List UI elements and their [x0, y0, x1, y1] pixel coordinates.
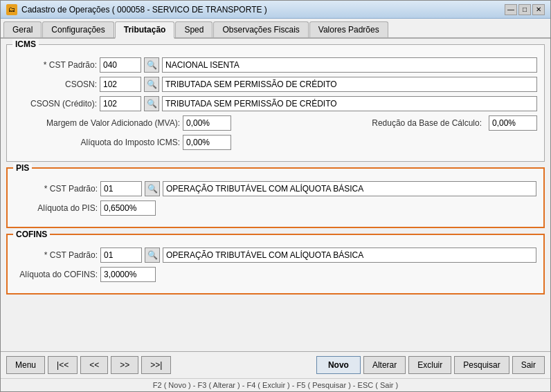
minimize-button[interactable]: —	[505, 4, 517, 15]
pis-group-title: PIS	[13, 163, 32, 173]
icms-cst-search-button[interactable]: 🔍	[144, 57, 159, 73]
icms-csosn-input[interactable]	[100, 77, 141, 92]
pis-aliquota-row: Alíquota do PIS:	[15, 200, 536, 216]
icms-cst-label: * CST Padrão:	[14, 60, 97, 70]
pesquisar-button[interactable]: Pesquisar	[454, 356, 509, 374]
main-content: ICMS * CST Padrão: 🔍 CSOSN: 🔍 CSOSN (Cré…	[1, 39, 550, 351]
icms-aliquota-row: Alíquota do Imposto ICMS:	[14, 135, 537, 150]
pis-cst-input[interactable]	[100, 181, 142, 196]
icms-reducao-input[interactable]	[489, 115, 537, 131]
icms-reducao-label: Redução da Base de Cálculo:	[372, 118, 482, 128]
icms-csosn-search-button[interactable]: 🔍	[144, 77, 159, 92]
maximize-button[interactable]: □	[518, 4, 531, 15]
cofins-cst-search-button[interactable]: 🔍	[145, 248, 160, 263]
tab-sped[interactable]: Sped	[175, 21, 213, 37]
cofins-cst-label: * CST Padrão:	[15, 250, 98, 260]
pis-aliquota-label: Alíquota do PIS:	[15, 203, 98, 213]
tab-geral[interactable]: Geral	[3, 21, 42, 37]
status-text: F2 ( Novo ) - F3 ( Alterar ) - F4 ( Excl…	[153, 381, 399, 389]
tab-observacoes[interactable]: Observações Fiscais	[213, 21, 308, 37]
last-button[interactable]: >>|	[141, 356, 171, 374]
icms-margem-row: Margem de Valor Adicionado (MVA): Reduçã…	[14, 115, 537, 131]
title-bar: 🗂 Cadastro de Operações ( 000058 - SERVI…	[1, 1, 550, 19]
first-button[interactable]: |<<	[48, 356, 78, 374]
cofins-aliquota-label: Alíquota do COFINS:	[15, 270, 98, 279]
icms-csosn-label: CSOSN:	[14, 80, 97, 89]
tab-tributacao[interactable]: Tributação	[115, 21, 175, 39]
alterar-button[interactable]: Alterar	[363, 356, 406, 374]
icms-csosn-row: CSOSN: 🔍	[14, 77, 537, 92]
icms-csosn-credito-row: CSOSN (Crédito): 🔍	[14, 96, 537, 111]
app-icon: 🗂	[6, 4, 17, 15]
icms-cst-desc-input[interactable]	[162, 57, 537, 73]
tabs-bar: Geral Configurações Tributação Sped Obse…	[1, 19, 550, 39]
pis-group: PIS * CST Padrão: 🔍 Alíquota do PIS:	[6, 167, 545, 228]
novo-button[interactable]: Novo	[316, 356, 361, 374]
cofins-aliquota-row: Alíquota do COFINS:	[15, 267, 536, 282]
pis-aliquota-input[interactable]	[100, 200, 156, 216]
icms-csosn-credito-search-button[interactable]: 🔍	[144, 96, 159, 111]
window-title: Cadastro de Operações ( 000058 - SERVICO…	[21, 5, 267, 15]
next-button[interactable]: >>	[111, 356, 138, 374]
icms-csosn-credito-label: CSOSN (Crédito):	[14, 99, 97, 109]
icms-margem-label: Margem de Valor Adicionado (MVA):	[14, 118, 180, 128]
cofins-cst-desc-input[interactable]	[163, 248, 536, 263]
tab-configuracoes[interactable]: Configurações	[42, 21, 114, 37]
bottom-bar: Menu |<< << >> >>| Novo Alterar Excluir …	[1, 351, 550, 378]
cofins-group-title: COFINS	[13, 230, 50, 239]
cofins-group: COFINS * CST Padrão: 🔍 Alíquota do COFIN…	[6, 234, 545, 295]
excluir-button[interactable]: Excluir	[408, 356, 451, 374]
cofins-cst-input[interactable]	[100, 248, 142, 263]
close-button[interactable]: ✕	[532, 4, 545, 15]
tab-valores[interactable]: Valores Padrões	[309, 21, 388, 37]
icms-margem-input[interactable]	[183, 115, 231, 131]
cofins-cst-row: * CST Padrão: 🔍	[15, 248, 536, 263]
pis-cst-row: * CST Padrão: 🔍	[15, 181, 536, 196]
icms-cst-row: * CST Padrão: 🔍	[14, 57, 537, 73]
icms-group-title: ICMS	[12, 39, 39, 49]
icms-csosn-desc-input[interactable]	[162, 77, 537, 92]
icms-cst-input[interactable]	[100, 57, 141, 73]
status-bar: F2 ( Novo ) - F3 ( Alterar ) - F4 ( Excl…	[1, 378, 550, 391]
title-controls: — □ ✕	[505, 4, 545, 15]
icms-csosn-credito-desc-input[interactable]	[162, 96, 537, 111]
pis-cst-label: * CST Padrão:	[15, 184, 98, 194]
icms-aliquota-label: Alíquota do Imposto ICMS:	[14, 138, 180, 147]
icms-aliquota-input[interactable]	[183, 135, 231, 150]
cofins-aliquota-input[interactable]	[100, 267, 156, 282]
icms-csosn-credito-input[interactable]	[100, 96, 141, 111]
main-window: 🗂 Cadastro de Operações ( 000058 - SERVI…	[0, 0, 551, 392]
icms-group: ICMS * CST Padrão: 🔍 CSOSN: 🔍 CSOSN (Cré…	[6, 44, 545, 162]
prev-button[interactable]: <<	[80, 356, 108, 374]
sair-button[interactable]: Sair	[512, 356, 545, 374]
menu-button[interactable]: Menu	[6, 356, 45, 374]
pis-cst-desc-input[interactable]	[163, 181, 536, 196]
pis-cst-search-button[interactable]: 🔍	[145, 181, 160, 196]
